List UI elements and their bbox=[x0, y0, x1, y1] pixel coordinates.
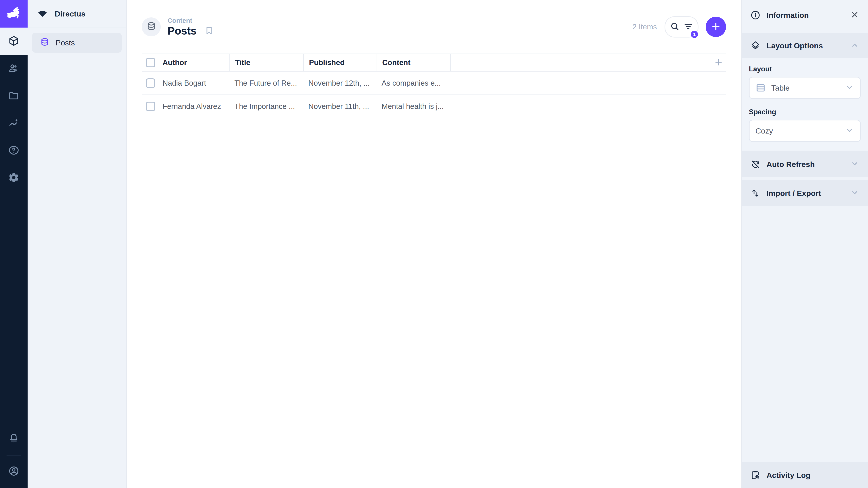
search-filter-pill: 1 bbox=[664, 16, 699, 37]
activity-log-label: Activity Log bbox=[767, 471, 811, 480]
module-bar-divider bbox=[6, 455, 21, 455]
close-sidebar-button[interactable] bbox=[850, 10, 860, 20]
import-export-label: Import / Export bbox=[767, 189, 821, 198]
main-content: Content Posts 2 Items bbox=[127, 0, 741, 488]
layout-options-content: Layout Table Spacing Cozy bbox=[742, 58, 868, 150]
plus-icon bbox=[710, 21, 721, 33]
breadcrumb[interactable]: Content bbox=[167, 17, 214, 24]
chevron-up-icon[interactable] bbox=[850, 40, 860, 51]
project-header[interactable]: Directus bbox=[28, 0, 126, 28]
column-header-author[interactable]: Author bbox=[158, 54, 229, 71]
module-users[interactable] bbox=[0, 55, 28, 82]
import-export-icon bbox=[750, 188, 761, 198]
cell-published: November 12th, ... bbox=[303, 79, 377, 88]
project-name: Directus bbox=[55, 9, 86, 18]
content-cube-icon bbox=[8, 35, 20, 47]
column-header-published[interactable]: Published bbox=[303, 54, 377, 71]
database-icon bbox=[146, 21, 156, 33]
close-icon bbox=[850, 10, 860, 20]
header-actions: 2 Items 1 bbox=[632, 16, 726, 37]
row-checkbox[interactable] bbox=[146, 102, 155, 111]
activity-log-section[interactable]: Activity Log bbox=[742, 462, 868, 488]
title-block: Content Posts bbox=[167, 17, 214, 37]
add-column-cell bbox=[450, 54, 726, 71]
bookmark-icon[interactable] bbox=[204, 26, 214, 36]
cell-content: Mental health is j... bbox=[377, 102, 450, 111]
auto-refresh-section[interactable]: Auto Refresh bbox=[742, 151, 868, 177]
column-header-content[interactable]: Content bbox=[377, 54, 450, 71]
notifications-button[interactable] bbox=[0, 429, 28, 449]
search-icon[interactable] bbox=[670, 22, 680, 32]
sidebar-item-posts[interactable]: Posts bbox=[32, 33, 122, 53]
bell-icon bbox=[8, 433, 20, 445]
add-column-icon[interactable] bbox=[713, 57, 724, 68]
add-item-button[interactable] bbox=[706, 17, 726, 37]
import-export-section[interactable]: Import / Export bbox=[742, 180, 868, 206]
spacing-field-label: Spacing bbox=[749, 108, 861, 116]
cell-title: The Future of Re... bbox=[229, 79, 303, 88]
items-count: 2 Items bbox=[632, 23, 657, 31]
help-question-icon bbox=[8, 144, 20, 157]
user-menu-button[interactable] bbox=[0, 461, 28, 482]
select-all-cell bbox=[142, 54, 158, 71]
collection-icon-circle[interactable] bbox=[142, 18, 161, 36]
sync-disabled-icon bbox=[750, 159, 761, 169]
directus-app: Directus Posts bbox=[0, 0, 868, 488]
page-header: Content Posts 2 Items bbox=[127, 0, 741, 54]
cell-title: The Importance ... bbox=[229, 102, 303, 111]
module-settings[interactable] bbox=[0, 164, 28, 192]
table-row[interactable]: Fernanda Alvarez The Importance ... Nove… bbox=[142, 95, 726, 119]
cell-content: As companies e... bbox=[377, 79, 450, 88]
table-header-row: Author Title Published Content bbox=[142, 54, 726, 72]
module-files[interactable] bbox=[0, 82, 28, 109]
chevron-down-icon bbox=[845, 126, 854, 136]
select-all-checkbox[interactable] bbox=[146, 58, 155, 67]
auto-refresh-label: Auto Refresh bbox=[767, 160, 815, 169]
directus-logo[interactable] bbox=[0, 0, 28, 28]
spacing-value: Cozy bbox=[755, 127, 773, 135]
database-icon bbox=[40, 37, 50, 48]
sidebar-item-label: Posts bbox=[56, 38, 75, 47]
folder-icon bbox=[8, 90, 20, 102]
insights-chart-icon bbox=[8, 117, 20, 129]
chevron-down-icon[interactable] bbox=[850, 188, 860, 198]
layers-icon bbox=[750, 40, 761, 51]
chevron-down-icon bbox=[845, 83, 854, 93]
row-checkbox[interactable] bbox=[146, 78, 155, 88]
activity-log-icon bbox=[750, 470, 761, 480]
table-layout-icon bbox=[755, 83, 766, 93]
account-circle-icon bbox=[8, 465, 20, 478]
rabbit-logo-icon bbox=[5, 5, 22, 23]
layout-options-label: Layout Options bbox=[767, 41, 823, 50]
info-sidebar: Information Layout Options Layout bbox=[741, 0, 868, 488]
layout-options-header[interactable]: Layout Options bbox=[742, 33, 868, 58]
cell-author: Fernanda Alvarez bbox=[158, 102, 229, 111]
module-bar bbox=[0, 0, 28, 488]
chevron-down-icon[interactable] bbox=[850, 159, 860, 169]
project-fan-icon bbox=[37, 9, 49, 18]
collection-nav: Posts bbox=[28, 28, 126, 57]
module-content[interactable] bbox=[0, 28, 28, 55]
layout-value: Table bbox=[771, 84, 789, 92]
column-header-title[interactable]: Title bbox=[229, 54, 303, 71]
filter-count-badge: 1 bbox=[690, 30, 699, 39]
layout-field-label: Layout bbox=[749, 65, 861, 73]
module-insights[interactable] bbox=[0, 109, 28, 137]
layout-select[interactable]: Table bbox=[749, 77, 861, 99]
items-table: Author Title Published Content Nadia Bog… bbox=[142, 54, 726, 119]
users-icon bbox=[8, 63, 20, 75]
table-row[interactable]: Nadia Bogart The Future of Re... Novembe… bbox=[142, 72, 726, 95]
cell-published: November 11th, ... bbox=[303, 102, 377, 111]
information-header: Information bbox=[742, 0, 868, 30]
spacing-select[interactable]: Cozy bbox=[749, 120, 861, 142]
module-help[interactable] bbox=[0, 137, 28, 164]
settings-gear-icon bbox=[8, 172, 20, 184]
info-icon bbox=[750, 10, 761, 20]
information-label: Information bbox=[767, 11, 809, 20]
navigation-sidebar: Directus Posts bbox=[28, 0, 127, 488]
cell-author: Nadia Bogart bbox=[158, 79, 229, 88]
page-title: Posts bbox=[167, 26, 196, 36]
